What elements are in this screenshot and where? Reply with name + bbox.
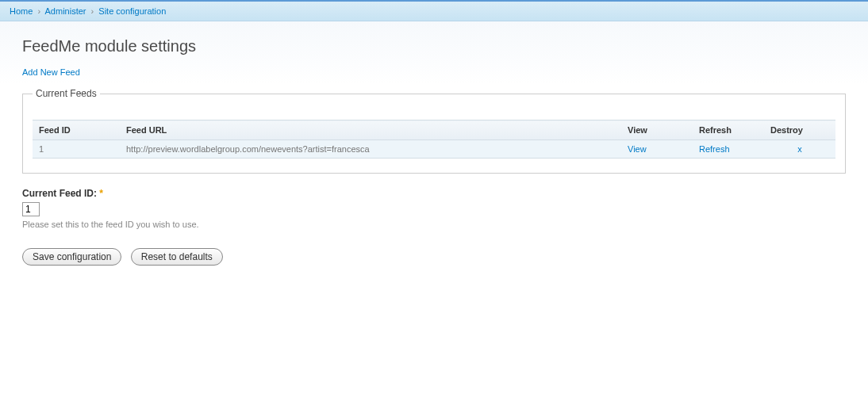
col-header-view: View	[621, 120, 693, 140]
cell-refresh: Refresh	[693, 140, 764, 159]
destroy-link[interactable]: x	[797, 144, 802, 154]
col-header-refresh: Refresh	[693, 120, 764, 140]
cell-feed-url: http://preview.wordlabelgroup.com/neweve…	[120, 140, 621, 159]
add-new-feed-link[interactable]: Add New Feed	[22, 67, 80, 77]
breadcrumb-separator: ›	[37, 6, 40, 16]
cell-view: View	[621, 140, 693, 159]
page-title: FeedMe module settings	[22, 37, 846, 55]
breadcrumb-link-site-configuration[interactable]: Site configuration	[98, 6, 166, 16]
cell-feed-id: 1	[33, 140, 120, 159]
current-feed-id-field: Current Feed ID: * Please set this to th…	[22, 188, 846, 229]
breadcrumb-link-administer[interactable]: Administer	[45, 6, 86, 16]
current-feeds-fieldset: Current Feeds Feed ID Feed URL View Refr…	[22, 88, 846, 174]
fieldset-legend: Current Feeds	[33, 88, 100, 99]
field-description: Please set this to the feed ID you wish …	[22, 220, 846, 229]
breadcrumb-link-home[interactable]: Home	[10, 6, 33, 16]
current-feed-id-input[interactable]	[22, 202, 40, 216]
breadcrumb: Home › Administer › Site configuration	[0, 0, 868, 21]
col-header-feed-id: Feed ID	[33, 120, 120, 140]
feeds-table: Feed ID Feed URL View Refresh Destroy 1 …	[33, 120, 835, 159]
label-text: Current Feed ID:	[22, 188, 97, 199]
save-configuration-button[interactable]: Save configuration	[22, 248, 121, 266]
table-row: 1 http://preview.wordlabelgroup.com/newe…	[33, 140, 835, 159]
required-marker: *	[99, 188, 103, 199]
col-header-feed-url: Feed URL	[120, 120, 621, 140]
col-header-destroy: Destroy	[764, 120, 835, 140]
page-content: FeedMe module settings Add New Feed Curr…	[0, 21, 868, 281]
view-link[interactable]: View	[628, 144, 647, 154]
form-actions: Save configuration Reset to defaults	[22, 248, 846, 266]
breadcrumb-separator: ›	[91, 6, 94, 16]
refresh-link[interactable]: Refresh	[699, 144, 730, 154]
table-header-row: Feed ID Feed URL View Refresh Destroy	[33, 120, 835, 140]
current-feed-id-label: Current Feed ID: *	[22, 188, 103, 199]
cell-destroy: x	[764, 140, 835, 159]
reset-to-defaults-button[interactable]: Reset to defaults	[131, 248, 223, 266]
